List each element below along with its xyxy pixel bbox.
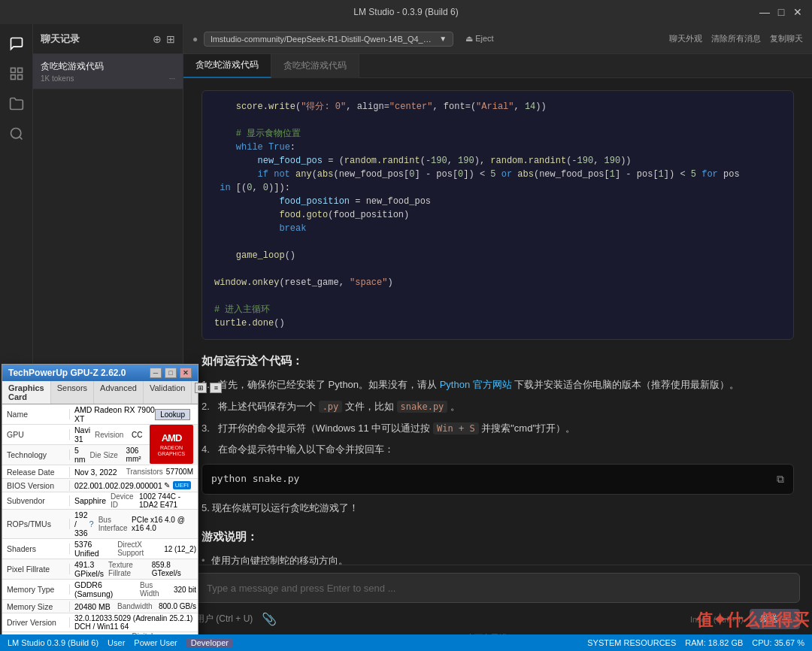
gpuz-row-subvendor: Subvendor Sapphire Device ID 1002 744C -… <box>2 492 198 510</box>
eject-button[interactable]: ⏏ Eject <box>465 34 494 44</box>
step-5: 5. 现在你就可以运行贪吃蛇游戏了！ <box>201 501 794 516</box>
sidebar-icon-chat[interactable] <box>3 30 30 57</box>
gpuz-window: TechPowerUp GPU-Z 2.62.0 ─ □ ✕ Graphics … <box>2 364 198 651</box>
input-placeholder[interactable]: Type a message and press Enter to send .… <box>207 583 395 594</box>
svg-point-4 <box>11 129 20 138</box>
model-name: lmstudio-community/DeepSeek-R1-Distill-Q… <box>211 35 436 44</box>
chat-input-box: Type a message and press Enter to send .… <box>195 573 800 603</box>
texture-label: Texture Fillrate <box>108 561 152 577</box>
bus-label: Bus Interface <box>98 516 132 532</box>
top-bar: ● lmstudio-community/DeepSeek-R1-Distill… <box>183 24 812 54</box>
maximize-button[interactable]: □ <box>776 7 786 17</box>
dx-label: DirectX Support <box>117 540 164 557</box>
python-link[interactable]: Python 官方网站 <box>440 379 512 390</box>
step-2: 2. 将上述代码保存为一个 .py 文件，比如 snake.py 。 <box>201 399 794 415</box>
gpuz-row-shaders: Shaders 5376 Unified DirectX Support 12 … <box>2 539 198 559</box>
attach-icon[interactable]: 📎 <box>262 612 277 626</box>
texture-value: 859.8 GTexel/s <box>152 561 198 577</box>
gpuz-icon-2[interactable]: ≡ <box>210 383 222 393</box>
gpuz-help-icon[interactable]: ? <box>89 519 94 528</box>
device-label: Device ID <box>111 492 139 509</box>
gpuz-tab-graphics[interactable]: Graphics Card <box>2 381 51 404</box>
sidebar-icon-models[interactable] <box>3 60 30 87</box>
gpuz-tabs: Graphics Card Sensors Advanced Validatio… <box>2 381 198 404</box>
gpuz-close[interactable]: ✕ <box>180 368 192 378</box>
bandwidth-label: Bandwidth <box>117 602 159 610</box>
gpuz-revision-value: CC <box>132 431 150 439</box>
step-1: 1. 首先，确保你已经安装了 Python。如果没有，请从 Python 官方网… <box>201 377 794 393</box>
gpuz-icon-1[interactable]: ⊞ <box>195 383 207 393</box>
gpuz-diesize-value: 306 mm² <box>126 447 150 463</box>
sidebar-icon-search[interactable] <box>3 120 30 147</box>
howto-title: 如何运行这个代码： <box>201 352 794 370</box>
chat-item-menu[interactable]: ··· <box>169 74 175 83</box>
amd-logo: AMD RADEONGRAPHICS <box>150 425 193 464</box>
gpuz-maximize[interactable]: □ <box>165 368 177 378</box>
gpuz-row-bios: BIOS Version 022.001.002.029.000001 ✎ UE… <box>2 479 198 492</box>
model-selector[interactable]: lmstudio-community/DeepSeek-R1-Distill-Q… <box>204 32 453 47</box>
device-value: 1002 744C - 1DA2 E471 <box>139 492 198 509</box>
gameplay-list: •使用方向键控制蛇的移动方向。 •吃到红色食物可以增加分数，并且蛇会变得更长。 … <box>201 553 794 565</box>
tab-snake-1[interactable]: 贪吃蛇游戏代码 <box>183 54 271 78</box>
chat-sidebar-title: 聊天记录 <box>41 32 80 46</box>
more-icon[interactable]: ⊞ <box>166 33 175 45</box>
svg-rect-1 <box>17 68 22 73</box>
new-chat-icon[interactable]: ⊕ <box>153 33 162 45</box>
gpuz-row-driver: Driver Version 32.0.12033.5029 (Adrenali… <box>2 613 198 632</box>
bus-value: PCIe x16 4.0 @ x16 4.0 <box>132 516 198 532</box>
status-bar: LM Studio 0.3.9 (Build 6) User Power Use… <box>0 634 812 651</box>
gpuz-titlebar: TechPowerUp GPU-Z 2.62.0 ─ □ ✕ <box>2 365 198 381</box>
gpuz-row-pixel: Pixel Fillrate 491.3 GPixel/s Texture Fi… <box>2 559 198 580</box>
gpuz-row-name: Name AMD Radeon RX 7900 XT Lookup <box>2 404 198 425</box>
svg-rect-2 <box>17 75 22 80</box>
action-clear[interactable]: 清除所有消息 <box>711 33 761 44</box>
chat-content: score.write("得分: 0", align="center", fon… <box>183 78 812 565</box>
status-ram: RAM: 18.82 GB <box>685 638 743 647</box>
chat-item[interactable]: 贪吃蛇游戏代码 1K tokens ··· <box>33 54 183 89</box>
copy-icon[interactable]: ⧉ <box>777 471 784 487</box>
chat-sidebar-icons[interactable]: ⊕ ⊞ <box>153 33 175 45</box>
gpuz-row-memsize: Memory Size 20480 MB Bandwidth 800.0 GB/… <box>2 600 198 613</box>
connection-dot: ● <box>192 34 198 44</box>
transistors-value: 57700M <box>166 468 193 476</box>
step-3: 3. 打开你的命令提示符（Windows 11 中可以通过按 Win + S 并… <box>201 421 794 437</box>
status-app: LM Studio 0.3.9 (Build 6) <box>8 638 98 647</box>
steps-list: 1. 首先，确保你已经安装了 Python。如果没有，请从 Python 官方网… <box>201 377 794 458</box>
gpuz-revision-label: Revision <box>95 431 132 439</box>
command-block: python snake.py ⧉ <box>201 464 794 494</box>
gpuz-row-tech: Technology 5 nm Die Size 306 mm² <box>2 445 150 465</box>
minimize-button[interactable]: — <box>759 7 770 17</box>
gpuz-tab-validation[interactable]: Validation <box>144 381 192 404</box>
main-area: ● lmstudio-community/DeepSeek-R1-Distill… <box>183 24 812 651</box>
titlebar-title: LM Studio - 0.3.9 (Build 6) <box>353 7 458 17</box>
status-resources: SYSTEM RESOURCES <box>587 638 676 647</box>
sidebar-icon-files[interactable] <box>3 90 30 117</box>
gpuz-minimize[interactable]: ─ <box>150 368 162 378</box>
code-block: score.write("得分: 0", align="center", fon… <box>201 90 794 340</box>
command-text: python snake.py <box>211 471 299 487</box>
tab-snake-2[interactable]: 贪吃蛇游戏代码 <box>271 54 359 78</box>
close-button[interactable]: ✕ <box>792 7 803 17</box>
gpuz-content: Name AMD Radeon RX 7900 XT Lookup AMD RA… <box>2 404 198 651</box>
top-bar-actions: 聊天外观 清除所有消息 复制聊天 <box>669 33 803 44</box>
status-dev: Developer <box>186 638 233 647</box>
bios-edit-icon[interactable]: ✎ <box>164 481 170 489</box>
action-copy[interactable]: 复制聊天 <box>770 33 803 44</box>
gpuz-row-release: Release Date Nov 3, 2022 Transistors 577… <box>2 465 198 479</box>
action-appearance[interactable]: 聊天外观 <box>669 33 702 44</box>
gpuz-title: TechPowerUp GPU-Z 2.62.0 <box>8 368 126 378</box>
gpuz-row-rops: ROPs/TMUs 192 / 336 ? Bus Interface PCIe… <box>2 510 198 539</box>
svg-rect-3 <box>11 75 15 80</box>
chevron-down-icon: ▼ <box>439 35 447 43</box>
gpuz-lookup-btn[interactable]: Lookup <box>155 409 190 420</box>
gpuz-row-memtype: Memory Type GDDR6 (Samsung) Bus Width 32… <box>2 580 198 600</box>
buswidth-label: Bus Width <box>140 581 174 598</box>
watermark: 值✦什么值得买 <box>696 609 809 631</box>
gpuz-tab-advanced[interactable]: Advanced <box>94 381 144 404</box>
status-user: User <box>108 638 125 647</box>
user-label[interactable]: 用户 (Ctrl + U) <box>195 613 253 625</box>
status-power: Power User <box>134 638 177 647</box>
transistors-label: Transistors <box>126 468 163 476</box>
bullet-1: •使用方向键控制蛇的移动方向。 <box>201 553 794 565</box>
gpuz-tab-sensors[interactable]: Sensors <box>51 381 94 404</box>
